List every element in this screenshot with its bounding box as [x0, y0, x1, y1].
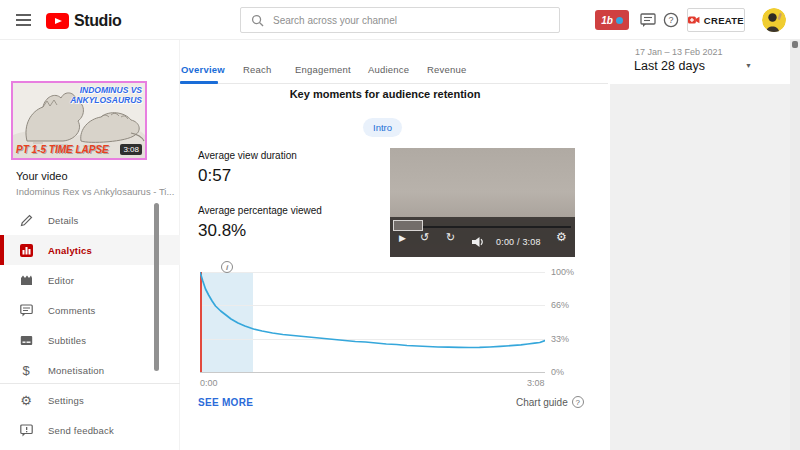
send-feedback-message-icon[interactable] [640, 12, 656, 28]
monetisation-icon: $ [18, 363, 34, 378]
right-background-panel [610, 84, 790, 450]
y-tick-66: 66% [551, 300, 569, 310]
thumbnail-subtitle: PT 1-5 TIME LAPSE [16, 144, 109, 155]
info-icon[interactable]: i [221, 261, 233, 273]
rewind-icon[interactable]: ↺ [420, 232, 429, 243]
youtube-studio-app: Studio 1b ? [0, 0, 800, 450]
see-more-link[interactable]: SEE MORE [198, 397, 253, 408]
tab-overview[interactable]: Overview [181, 64, 225, 75]
avg-percentage-viewed-label: Average percentage viewed [198, 205, 322, 216]
send-feedback-icon [18, 424, 34, 437]
question-icon: ? [572, 396, 584, 408]
sidebar-scrollbar[interactable] [154, 203, 159, 371]
settings-icon: ⚙ [18, 393, 34, 408]
video-title: Indominus Rex vs Ankylosaurus - Ti... [16, 186, 174, 197]
avg-view-duration-value: 0:57 [198, 166, 231, 186]
date-range-text: 17 Jan – 13 Feb 2021 [635, 47, 723, 57]
volume-icon[interactable] [472, 234, 485, 250]
youtube-play-icon [46, 13, 69, 29]
notification-dot [616, 17, 623, 24]
page-scrollbar-thumb[interactable] [792, 41, 798, 48]
subtitles-icon [18, 334, 34, 347]
create-label: CREATE [704, 15, 744, 26]
play-icon[interactable]: ▶ [399, 234, 406, 243]
date-range-label: Last 28 days [634, 59, 705, 73]
tab-audience[interactable]: Audience [368, 64, 409, 75]
svg-text:?: ? [668, 15, 673, 25]
tab-revenue[interactable]: Revenue [427, 64, 466, 75]
search-bar[interactable] [240, 7, 560, 33]
chart-guide-link[interactable]: Chart guide ? [516, 396, 584, 408]
intro-segment-marker[interactable] [393, 220, 423, 231]
top-bar: Studio 1b ? [0, 0, 800, 40]
y-tick-0: 0% [551, 367, 564, 377]
tab-divider [180, 83, 610, 84]
tubebuddy-extension-icon[interactable]: 1b [595, 10, 629, 30]
search-icon [251, 14, 264, 27]
sidebar: ← Channel content INDOMINUS VS ANKYLOSAU… [0, 40, 180, 450]
x-tick-start: 0:00 [200, 378, 218, 388]
video-thumbnail[interactable]: INDOMINUS VS ANKYLOSAURUS PT 1-5 TIME LA… [11, 81, 147, 160]
youtube-studio-logo[interactable]: Studio [46, 12, 121, 30]
comments-icon [18, 304, 34, 317]
pencil-icon [18, 214, 34, 227]
tubebuddy-label: 1b [601, 15, 613, 26]
y-tick-33: 33% [551, 334, 569, 344]
hamburger-menu-icon[interactable] [16, 14, 32, 26]
help-icon[interactable]: ? [663, 12, 679, 28]
sidebar-item-monetisation[interactable]: $ Monetisation [0, 355, 180, 385]
create-camera-icon [688, 14, 700, 26]
y-tick-100: 100% [551, 267, 574, 277]
main-content: Overview Reach Engagement Audience Reven… [180, 40, 610, 450]
page-title: Key moments for audience retention [180, 88, 590, 100]
date-range-selector[interactable]: 17 Jan – 13 Feb 2021 Last 28 days ▼ [608, 40, 790, 84]
analytics-icon [18, 244, 34, 257]
x-tick-end: 3:08 [527, 378, 545, 388]
forward-icon[interactable]: ↻ [446, 232, 455, 243]
thumbnail-title: INDOMINUS VS ANKYLOSAURUS [70, 85, 142, 105]
intro-chip[interactable]: Intro [363, 118, 402, 137]
sidebar-item-analytics[interactable]: Analytics [0, 235, 180, 265]
x-axis-line [200, 372, 545, 373]
search-input[interactable] [273, 15, 549, 26]
player-settings-gear-icon[interactable]: ⚙ [556, 231, 567, 243]
create-button[interactable]: CREATE [687, 8, 745, 32]
sidebar-item-settings[interactable]: ⚙ Settings [0, 385, 180, 415]
chart-guide-label: Chart guide [516, 397, 568, 408]
sidebar-item-editor[interactable]: Editor [0, 265, 180, 295]
sidebar-item-send-feedback[interactable]: Send feedback [0, 415, 180, 445]
avg-percentage-viewed-value: 30.8% [198, 221, 246, 241]
sidebar-item-comments[interactable]: Comments [0, 295, 180, 325]
sidebar-divider [0, 383, 180, 384]
editor-icon [18, 274, 34, 287]
your-video-label: Your video [16, 170, 68, 182]
tab-reach[interactable]: Reach [243, 64, 271, 75]
avatar[interactable] [762, 8, 786, 32]
chevron-down-icon: ▼ [745, 62, 752, 69]
active-tab-underline [180, 81, 218, 84]
sidebar-item-details[interactable]: Details [0, 205, 180, 235]
page-scrollbar[interactable] [790, 40, 800, 450]
video-duration-badge: 3:08 [120, 144, 142, 155]
studio-wordmark: Studio [74, 12, 121, 30]
player-control-bar: ▶ ↺ ↻ 0:00 / 3:08 ⚙ [390, 217, 575, 257]
player-time: 0:00 / 3:08 [496, 237, 541, 247]
avg-view-duration-label: Average view duration [198, 150, 297, 161]
video-player[interactable]: ▶ ↺ ↻ 0:00 / 3:08 ⚙ [390, 148, 575, 257]
retention-curve [200, 272, 545, 372]
tab-engagement[interactable]: Engagement [295, 64, 351, 75]
retention-chart [200, 272, 545, 372]
sidebar-item-subtitles[interactable]: Subtitles [0, 325, 180, 355]
